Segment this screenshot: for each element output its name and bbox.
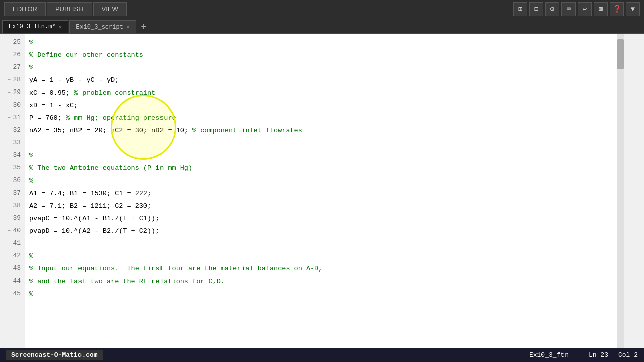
line-31: P = 760; % mm Hg; operating pressure <box>29 112 613 124</box>
ln-28: –28 <box>4 74 21 86</box>
statusbar-col: Col 2 <box>618 351 638 359</box>
editor-main[interactable]: 25 26 27 –28 –29 –30 –31 –32 33 34 35 36… <box>0 34 617 348</box>
ln-30: –30 <box>4 99 21 112</box>
tab-ftn[interactable]: Ex10_3_ftn.m* ✕ <box>2 20 68 33</box>
tab-add-button[interactable]: + <box>137 20 151 33</box>
ln-37: 37 <box>4 187 21 200</box>
ln-36: 36 <box>4 174 21 187</box>
ln-26: 26 <box>4 49 21 61</box>
line-28: yA = 1 - yB - yC - yD; <box>29 74 613 86</box>
line-39: pvapC = 10.^(A1 - B1./(T + C1)); <box>29 212 613 225</box>
toolbar-icons: ⊞ ⊟ ⚙ ⌨ ↩ ⊠ ❓ ▼ <box>513 2 640 16</box>
scrollbar-thumb[interactable] <box>617 39 624 69</box>
line-30: xD = 1 - xC; <box>29 99 613 112</box>
toolbar-icon-8[interactable]: ▼ <box>626 2 640 16</box>
line-37: A1 = 7.4; B1 = 1530; C1 = 222; <box>29 187 613 200</box>
line-38: A2 = 7.1; B2 = 1211; C2 = 230; <box>29 200 613 212</box>
line-41 <box>29 237 613 250</box>
ln-42: 42 <box>4 250 21 262</box>
toolbar-icon-4[interactable]: ⌨ <box>561 2 576 16</box>
code-lines: % % Define our other constants % yA = 1 … <box>25 34 617 348</box>
ln-43: 43 <box>4 262 21 275</box>
line-43: % Input our equations. The first four ar… <box>29 262 613 275</box>
ln-32: –32 <box>4 124 21 137</box>
code-area: 25 26 27 –28 –29 –30 –31 –32 33 34 35 36… <box>0 34 617 348</box>
toolbar-icon-2[interactable]: ⊟ <box>529 2 543 16</box>
toolbar: EDITOR PUBLISH VIEW ⊞ ⊟ ⚙ ⌨ ↩ ⊠ ❓ ▼ <box>0 0 644 18</box>
statusbar-filename: Ex10_3_ftn <box>529 351 569 359</box>
editor-tab[interactable]: EDITOR <box>4 2 46 16</box>
scrollbar[interactable] <box>617 34 624 348</box>
toolbar-icon-7[interactable]: ❓ <box>610 2 624 16</box>
tab-script-label: Ex10_3_script <box>76 24 123 31</box>
line-34: % <box>29 149 613 162</box>
ln-41: 41 <box>4 237 21 250</box>
toolbar-icon-1[interactable]: ⊞ <box>513 2 527 16</box>
line-40: pvapD = 10.^(A2 - B2./(T + C2)); <box>29 225 613 237</box>
line-36: % <box>29 174 613 187</box>
right-panel <box>624 34 644 348</box>
ln-31: –31 <box>4 112 21 124</box>
toolbar-icon-5[interactable]: ↩ <box>578 2 592 16</box>
statusbar-line: Ln 23 <box>589 351 608 359</box>
ln-35: 35 <box>4 162 21 174</box>
tab-ftn-label: Ex10_3_ftn.m* <box>9 23 56 30</box>
tabbar: Ex10_3_ftn.m* ✕ Ex10_3_script ✕ + <box>0 18 644 34</box>
tab-script[interactable]: Ex10_3_script ✕ <box>69 20 136 33</box>
statusbar: Screencast-O-Matic.com Ex10_3_ftn Ln 23 … <box>0 348 644 362</box>
publish-tab[interactable]: PUBLISH <box>47 2 92 16</box>
toolbar-icon-6[interactable]: ⊠ <box>594 2 608 16</box>
toolbar-icon-3[interactable]: ⚙ <box>545 2 559 16</box>
line-numbers: 25 26 27 –28 –29 –30 –31 –32 33 34 35 36… <box>0 34 25 348</box>
line-33 <box>29 137 613 149</box>
tab-script-close[interactable]: ✕ <box>126 24 130 30</box>
line-42: % <box>29 250 613 262</box>
ln-38: 38 <box>4 200 21 212</box>
editor-container: 25 26 27 –28 –29 –30 –31 –32 33 34 35 36… <box>0 34 644 348</box>
ln-44: 44 <box>4 275 21 288</box>
ln-27: 27 <box>4 61 21 74</box>
view-tab[interactable]: VIEW <box>93 2 127 16</box>
line-29: xC = 0.95; % problem constraint <box>29 86 613 99</box>
line-27: % <box>29 61 613 74</box>
line-45: % <box>29 288 613 300</box>
ln-25: 25 <box>4 36 21 49</box>
line-44: % and the last two are the RL relations … <box>29 275 613 288</box>
line-35: % The two Antoine equations (P in mm Hg) <box>29 162 613 174</box>
ln-45: 45 <box>4 288 21 300</box>
ln-40: –40 <box>4 225 21 237</box>
watermark-label: Screencast-O-Matic.com <box>6 350 103 360</box>
line-26: % Define our other constants <box>29 49 613 61</box>
ln-29: –29 <box>4 86 21 99</box>
ln-39: –39 <box>4 212 21 225</box>
ln-34: 34 <box>4 149 21 162</box>
ln-33: 33 <box>4 137 21 149</box>
cursor-position: Ln 23 Col 2 <box>589 351 638 359</box>
line-25: % <box>29 36 613 49</box>
line-32: nA2 = 35; nB2 = 20; nC2 = 30; nD2 = 10; … <box>29 124 613 137</box>
tab-ftn-close[interactable]: ✕ <box>59 24 62 30</box>
